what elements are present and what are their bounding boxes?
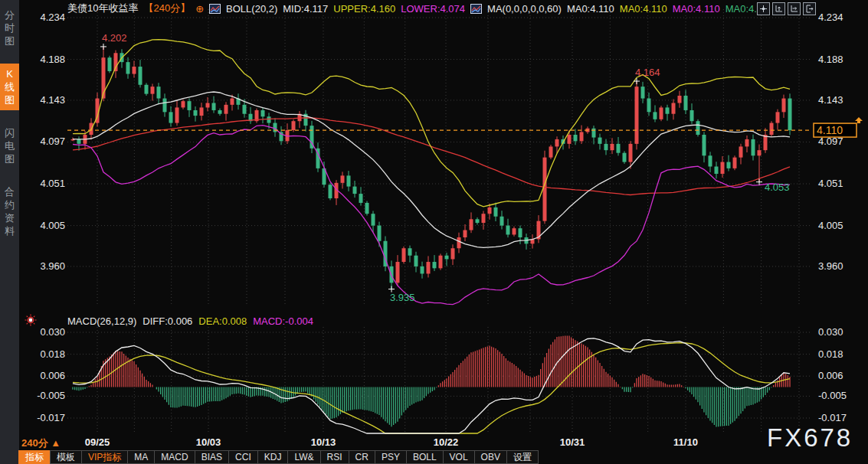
- sidebar-item-1[interactable]: K线图: [0, 64, 19, 110]
- macd-diff-value: DIFF:0.006: [142, 315, 192, 327]
- svg-text:4.097: 4.097: [40, 136, 65, 147]
- x-axis-date: 10/13: [306, 436, 340, 448]
- ma-value-3: MA0:4.110: [673, 3, 720, 15]
- svg-text:0.018: 0.018: [818, 348, 843, 360]
- svg-text:4.164: 4.164: [635, 67, 660, 78]
- x-axis-date: 10/22: [429, 436, 463, 448]
- svg-text:4.234: 4.234: [818, 11, 843, 23]
- tab-设置[interactable]: 设置: [506, 450, 539, 464]
- boll-upper-value: UPPER:4.160: [333, 3, 395, 15]
- axis-labels: 4.2344.2344.1884.1884.1434.1434.0974.097…: [37, 11, 847, 423]
- tab-MACD[interactable]: MACD: [154, 450, 195, 464]
- live-indicator-icon: [25, 314, 37, 329]
- sidebar-item-3[interactable]: 合约资料: [0, 181, 19, 241]
- chart-window: 4.2344.2344.1884.1884.1434.1434.0974.097…: [0, 0, 868, 464]
- svg-text:3.960: 3.960: [40, 260, 65, 272]
- tab-CR[interactable]: CR: [349, 450, 375, 464]
- svg-text:-0.017: -0.017: [37, 412, 65, 423]
- svg-text:4.143: 4.143: [818, 94, 843, 106]
- svg-text:4.234: 4.234: [40, 11, 65, 23]
- tab-模板[interactable]: 模板: [50, 450, 82, 464]
- ma-value-1: MA0:4.110: [567, 3, 614, 15]
- svg-text:0.030: 0.030: [40, 326, 65, 338]
- tab-LW&[interactable]: LW&: [287, 450, 320, 464]
- symbol-title: 美债10年收益率: [67, 2, 138, 15]
- sidebar-item-0[interactable]: 分时图: [0, 5, 19, 51]
- boll-ma-lines: [73, 40, 790, 305]
- x-axis-row: 240分 ▲ 09/2510/0310/1310/2210/3111/10: [19, 436, 868, 450]
- ma-name: MA(0,0,0,0,0,60): [487, 3, 562, 15]
- period-selector[interactable]: 240分 ▲: [21, 436, 61, 450]
- svg-text:4.202: 4.202: [102, 32, 127, 44]
- svg-text:0.018: 0.018: [40, 348, 65, 360]
- macd-panel: [73, 335, 790, 433]
- svg-text:4.188: 4.188: [40, 54, 65, 65]
- tab-VOL[interactable]: VOL: [443, 450, 475, 464]
- x-axis-date: 09/25: [80, 436, 114, 448]
- boll-name: BOLL(20,2): [226, 3, 277, 15]
- chart-tool-icons: [757, 2, 816, 15]
- chart-canvas[interactable]: 4.2344.2344.1884.1884.1434.1434.0974.097…: [0, 0, 868, 464]
- add-indicator-icon[interactable]: ⊕: [195, 3, 204, 15]
- tab-CCI[interactable]: CCI: [228, 450, 258, 464]
- zoom-vertical-icon[interactable]: [772, 2, 785, 15]
- tab-BOLL[interactable]: BOLL: [406, 450, 444, 464]
- boll-mid-value: MID:4.117: [283, 3, 328, 15]
- gridlines: [67, 9, 812, 432]
- ma-indicator-icon[interactable]: [470, 4, 482, 14]
- svg-text:0.006: 0.006: [40, 370, 65, 381]
- tab-PSY[interactable]: PSY: [375, 450, 407, 464]
- boll-indicator-icon[interactable]: [209, 4, 221, 14]
- svg-text:0.006: 0.006: [818, 370, 843, 381]
- tab-MA[interactable]: MA: [127, 450, 155, 464]
- svg-text:-0.005: -0.005: [37, 390, 65, 401]
- svg-text:-0.005: -0.005: [818, 390, 847, 401]
- svg-text:-0.017: -0.017: [818, 412, 847, 423]
- tab-RSI[interactable]: RSI: [320, 450, 349, 464]
- svg-text:4.188: 4.188: [818, 54, 843, 65]
- macd-header: MACD(26,12,9) DIFF:0.006 DEA:0.008 MACD:…: [67, 315, 313, 327]
- tab-OBV[interactable]: OBV: [474, 450, 507, 464]
- chart-mode-sidebar: 分时图K线图闪电图合约资料: [0, 0, 19, 464]
- macd-name: MACD(26,12,9): [67, 315, 136, 327]
- boll-lower-value: LOWER:4.074: [401, 3, 465, 15]
- period-badge[interactable]: 【240分】: [143, 2, 190, 15]
- tab-VIP指标[interactable]: VIP指标: [81, 450, 128, 464]
- sidebar-item-2[interactable]: 闪电图: [0, 123, 19, 169]
- tab-KDJ[interactable]: KDJ: [257, 450, 289, 464]
- x-axis-date: 10/31: [555, 436, 589, 448]
- svg-text:4.051: 4.051: [40, 178, 65, 189]
- macd-macd-value: MACD:-0.004: [253, 315, 313, 327]
- svg-text:4.110: 4.110: [817, 124, 843, 136]
- indicator-tabbar: 指标模板VIP指标MAMACDBIASCCIKDJLW&RSICRPSYBOLL…: [19, 450, 539, 464]
- svg-text:4.143: 4.143: [40, 94, 65, 106]
- current-price-badge: 4.110: [814, 117, 863, 137]
- svg-text:4.053: 4.053: [765, 181, 790, 193]
- tab-BIAS[interactable]: BIAS: [195, 450, 229, 464]
- svg-text:4.005: 4.005: [40, 220, 65, 231]
- x-axis-date: 11/10: [669, 436, 703, 448]
- arrow-up-icon: ▲: [51, 437, 61, 449]
- fx678-watermark: FX678: [767, 423, 853, 453]
- svg-text:0.030: 0.030: [818, 326, 843, 338]
- svg-text:4.051: 4.051: [818, 178, 843, 189]
- macd-dea-value: DEA:0.008: [198, 315, 247, 327]
- pan-right-icon[interactable]: [803, 2, 816, 15]
- ma-value-2: MA0:4.110: [620, 3, 667, 15]
- svg-text:3.935: 3.935: [390, 292, 415, 303]
- tab-指标[interactable]: 指标: [18, 450, 51, 464]
- indicator-header: 美债10年收益率 【240分】 ⊕ BOLL(20,2) MID:4.117 U…: [67, 2, 762, 15]
- crosshair-icon[interactable]: [757, 2, 770, 15]
- svg-text:3.960: 3.960: [818, 260, 843, 272]
- svg-text:4.005: 4.005: [818, 220, 843, 231]
- x-axis-date: 10/03: [192, 436, 225, 448]
- zoom-horizontal-icon[interactable]: [788, 2, 801, 15]
